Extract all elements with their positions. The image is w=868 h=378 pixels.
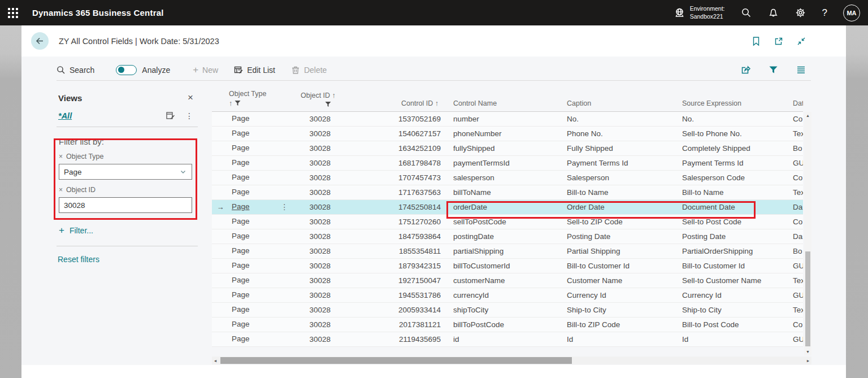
cell-data-type[interactable]: GU (780, 332, 803, 346)
cell-source-expression[interactable]: Sell-to Customer Name (670, 273, 780, 288)
table-row[interactable]: → ⋮Page 30028 1855354811 partialShipping… (212, 244, 803, 258)
cell-source-expression[interactable]: Document Date (670, 199, 780, 214)
cell-source-expression[interactable]: Completely Shipped (670, 141, 780, 155)
cell-data-type[interactable]: Tex (780, 302, 803, 317)
cell-caption[interactable]: Currency Id (555, 288, 670, 302)
cell-source-expression[interactable]: Sell-to Phone No. (670, 126, 780, 141)
cell-object-id[interactable]: 30028 (294, 273, 356, 288)
cell-control-name[interactable]: partialShipping (441, 244, 555, 258)
cell-source-expression[interactable]: PartialOrderShipping (670, 244, 780, 258)
cell-object-id[interactable]: 30028 (294, 170, 356, 185)
cell-caption[interactable]: Order Date (555, 199, 670, 214)
share-icon[interactable] (740, 64, 751, 75)
horizontal-scrollbar[interactable]: ◄ ► (212, 357, 811, 364)
cell-control-name[interactable]: customerName (441, 273, 555, 288)
table-row[interactable]: → ⋮Page 30028 1745250814 orderDate Order… (212, 199, 803, 214)
remove-object-id-filter-icon[interactable]: × (59, 186, 63, 194)
cell-control-id[interactable]: 1540627157 (356, 126, 441, 141)
cell-caption[interactable]: Bill-to ZIP Code (555, 317, 670, 332)
collapse-page-icon[interactable] (796, 36, 806, 46)
cell-data-type[interactable]: Tex (780, 185, 803, 199)
cell-caption[interactable]: Customer Name (555, 273, 670, 288)
column-header-source-expression[interactable]: Source Expression (670, 85, 780, 111)
filter-funnel-icon[interactable] (768, 64, 779, 75)
cell-source-expression[interactable]: Posting Date (670, 229, 780, 244)
open-in-new-window-icon[interactable] (774, 36, 784, 46)
table-row[interactable]: → ⋮Page 30028 2017381121 billToPostCode … (212, 317, 803, 332)
table-row[interactable]: → ⋮Page 30028 2005933414 shipToCity Ship… (212, 302, 803, 317)
table-row[interactable]: → ⋮Page 30028 1537052169 number No. No. … (212, 111, 803, 126)
cell-data-type[interactable]: Co (780, 214, 803, 229)
cell-control-id[interactable]: 2017381121 (356, 317, 441, 332)
cell-caption[interactable]: Partial Shipping (555, 244, 670, 258)
user-avatar[interactable]: MA (843, 5, 860, 21)
cell-control-name[interactable]: billToName (441, 185, 555, 199)
cell-source-expression[interactable]: Currency Id (670, 288, 780, 302)
cell-control-name[interactable]: phoneNumber (441, 126, 555, 141)
object-id-filter-input[interactable] (59, 197, 192, 213)
row-options-icon[interactable]: ⋮ (281, 202, 289, 211)
cell-data-type[interactable]: Bo (780, 141, 803, 155)
cell-caption[interactable]: Bill-to Customer Id (555, 258, 670, 273)
cell-control-id[interactable]: 1927150047 (356, 273, 441, 288)
cell-object-id[interactable]: 30028 (294, 288, 356, 302)
cell-object-id[interactable]: 30028 (294, 244, 356, 258)
cell-data-type[interactable]: Co (780, 317, 803, 332)
save-view-icon[interactable] (166, 111, 175, 120)
cell-caption[interactable]: Bill-to Name (555, 185, 670, 199)
cell-caption[interactable]: Phone No. (555, 126, 670, 141)
cell-data-type[interactable]: Da (780, 229, 803, 244)
column-header-object-id[interactable]: Object ID ↑ (294, 85, 356, 111)
cell-control-id[interactable]: 2119435695 (356, 332, 441, 346)
table-row[interactable]: → ⋮Page 30028 1927150047 customerName Cu… (212, 273, 803, 288)
cell-source-expression[interactable]: No. (670, 111, 780, 126)
cell-control-name[interactable]: number (441, 111, 555, 126)
cell-control-id[interactable]: 1855354811 (356, 244, 441, 258)
edit-list-action[interactable]: Edit List (234, 66, 275, 75)
cell-control-id[interactable]: 1745250814 (356, 199, 441, 214)
cell-source-expression[interactable]: Bill-to Post Code (670, 317, 780, 332)
cell-control-name[interactable]: sellToPostCode (441, 214, 555, 229)
cell-control-id[interactable]: 1847593864 (356, 229, 441, 244)
remove-object-type-filter-icon[interactable]: × (59, 153, 63, 160)
column-header-data-type[interactable]: Data T (780, 85, 803, 111)
cell-control-id[interactable]: 1634252109 (356, 141, 441, 155)
table-row[interactable]: → ⋮Page 30028 1847593864 postingDate Pos… (212, 229, 803, 244)
cell-data-type[interactable]: Da (780, 199, 803, 214)
add-filter-button[interactable]: + Filter... (59, 225, 198, 236)
cell-data-type[interactable]: Bo (780, 244, 803, 258)
table-row[interactable]: → ⋮Page 30028 1681798478 paymentTermsId … (212, 155, 803, 170)
cell-source-expression[interactable]: Bill-to Name (670, 185, 780, 199)
cell-source-expression[interactable]: Ship-to City (670, 302, 780, 317)
cell-caption[interactable]: Sell-to ZIP Code (555, 214, 670, 229)
vertical-scrollbar-thumb[interactable] (805, 251, 810, 346)
table-row[interactable]: → ⋮Page 30028 1751270260 sellToPostCode … (212, 214, 803, 229)
cell-control-id[interactable]: 1879342315 (356, 258, 441, 273)
reset-filters-link[interactable]: Reset filters (58, 255, 198, 264)
cell-data-type[interactable]: GU (780, 258, 803, 273)
cell-data-type[interactable]: Co (780, 111, 803, 126)
cell-caption[interactable]: No. (555, 111, 670, 126)
vertical-scrollbar[interactable]: ▲ ▼ (804, 112, 811, 355)
cell-source-expression[interactable]: Payment Terms Id (670, 155, 780, 170)
cell-data-type[interactable]: GU (780, 288, 803, 302)
cell-caption[interactable]: Ship-to City (555, 302, 670, 317)
cell-source-expression[interactable]: Id (670, 332, 780, 346)
cell-control-id[interactable]: 1537052169 (356, 111, 441, 126)
cell-data-type[interactable]: Tex (780, 126, 803, 141)
cell-object-id[interactable]: 30028 (294, 332, 356, 346)
delete-action[interactable]: Delete (291, 66, 327, 75)
cell-control-id[interactable]: 1707457473 (356, 170, 441, 185)
cell-object-id[interactable]: 30028 (294, 141, 356, 155)
scroll-left-icon[interactable]: ◄ (212, 357, 219, 364)
cell-source-expression[interactable]: Bill-to Customer Id (670, 258, 780, 273)
cell-object-id[interactable]: 30028 (294, 111, 356, 126)
environment-picker[interactable]: Environment: Sandbox221 (674, 5, 725, 20)
cell-control-name[interactable]: salesperson (441, 170, 555, 185)
cell-control-name[interactable]: billToPostCode (441, 317, 555, 332)
horizontal-scrollbar-thumb[interactable] (220, 357, 572, 364)
settings-gear-icon[interactable] (795, 7, 806, 19)
search-icon[interactable] (741, 7, 752, 19)
cell-control-id[interactable]: 1945531786 (356, 288, 441, 302)
app-launcher-icon[interactable] (0, 0, 25, 25)
